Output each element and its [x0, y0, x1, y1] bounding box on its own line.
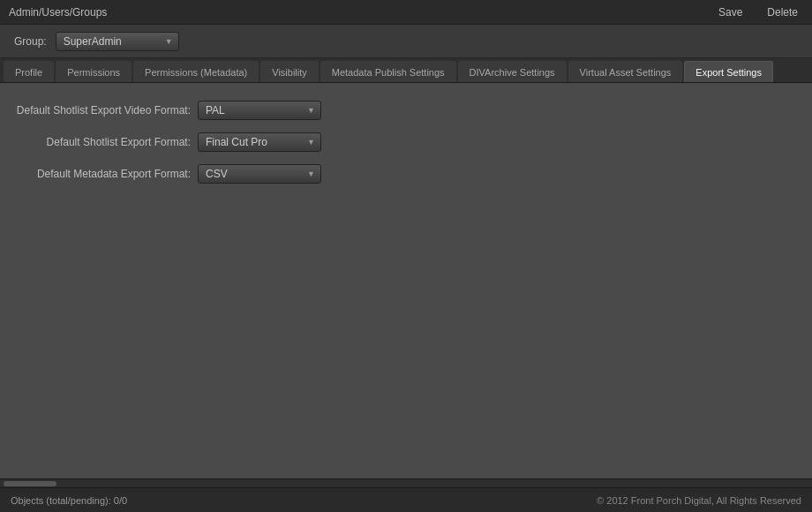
metadata-format-select[interactable]: CSV XML JSON	[198, 164, 321, 184]
horizontal-scrollbar[interactable]	[0, 478, 812, 487]
tab-permissions-metadata[interactable]: Permissions (Metadata)	[133, 61, 259, 82]
tab-metadata-publish[interactable]: Metadata Publish Settings	[320, 61, 456, 82]
metadata-format-select-wrapper: CSV XML JSON	[198, 164, 321, 184]
scroll-thumb[interactable]	[4, 481, 56, 486]
video-format-select-wrapper: PAL NTSC HD	[198, 101, 321, 120]
tabs-bar: Profile Permissions Permissions (Metadat…	[0, 58, 812, 83]
tab-permissions[interactable]: Permissions	[56, 61, 132, 82]
main-content: Default Shotlist Export Video Format: PA…	[0, 83, 812, 487]
save-button[interactable]: Save	[713, 4, 748, 20]
copyright-text: © 2012 Front Porch Digital, All Rights R…	[597, 495, 801, 506]
tab-virtual-asset[interactable]: Virtual Asset Settings	[568, 61, 683, 82]
shotlist-format-select[interactable]: Final Cut Pro Avid Premiere	[198, 132, 321, 152]
delete-button[interactable]: Delete	[762, 4, 803, 20]
status-bar: Objects (total/pending): 0/0 © 2012 Fron…	[0, 487, 812, 512]
page-title: Admin/Users/Groups	[9, 6, 107, 19]
tab-visibility[interactable]: Visibility	[260, 61, 319, 82]
title-bar-actions: Save Delete	[713, 4, 803, 20]
tab-profile[interactable]: Profile	[4, 61, 54, 82]
shotlist-format-row: Default Shotlist Export Format: Final Cu…	[14, 132, 798, 152]
group-row: Group: SuperAdmin Admin User Guest	[0, 25, 812, 58]
group-select-wrapper: SuperAdmin Admin User Guest	[56, 32, 179, 51]
title-bar: Admin/Users/Groups Save Delete	[0, 0, 812, 25]
metadata-format-label: Default Metadata Export Format:	[14, 168, 191, 180]
tab-divarchive[interactable]: DIVArchive Settings	[458, 61, 567, 82]
tab-export-settings[interactable]: Export Settings	[684, 61, 773, 82]
group-select[interactable]: SuperAdmin Admin User Guest	[56, 32, 179, 51]
video-format-select[interactable]: PAL NTSC HD	[198, 101, 321, 120]
metadata-format-row: Default Metadata Export Format: CSV XML …	[14, 164, 798, 184]
shotlist-format-select-wrapper: Final Cut Pro Avid Premiere	[198, 132, 321, 152]
group-label: Group:	[14, 35, 47, 48]
video-format-label: Default Shotlist Export Video Format:	[14, 104, 191, 117]
shotlist-format-label: Default Shotlist Export Format:	[14, 136, 191, 148]
video-format-row: Default Shotlist Export Video Format: PA…	[14, 101, 798, 120]
objects-status: Objects (total/pending): 0/0	[11, 495, 127, 506]
